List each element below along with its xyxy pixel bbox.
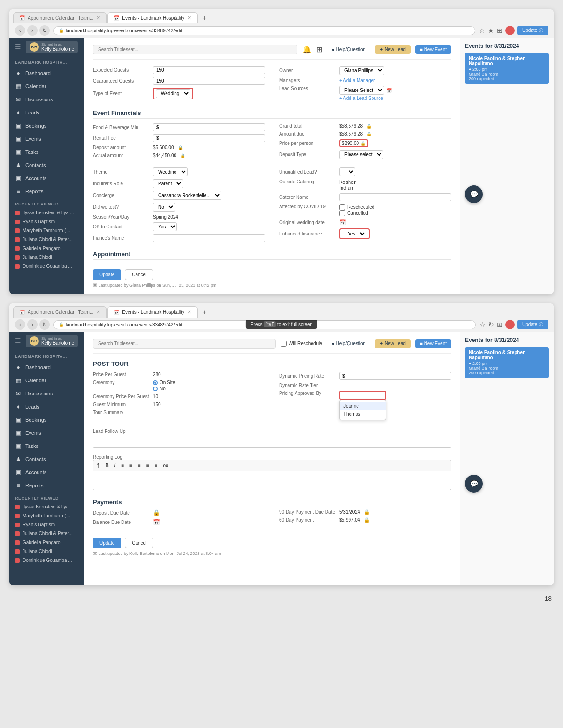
unqualified-lead-select[interactable] — [339, 167, 355, 176]
rv-item-3[interactable]: Juliana Chiodi & Peter... — [9, 235, 84, 244]
update-button-chrome-2[interactable]: Update ⓘ — [517, 320, 548, 329]
sidebar-item-discussions[interactable]: ✉ Discussions — [9, 93, 84, 106]
tab-calendar-2[interactable]: 📅 Appointment Calendar | Team... ✕ — [13, 306, 107, 318]
rv-item-2-0[interactable]: Ilyssa Bernstein & Ilya ... — [9, 502, 84, 511]
tab-close[interactable]: ✕ — [187, 15, 191, 21]
will-reschedule-checkbox[interactable] — [281, 341, 287, 347]
sidebar-item-dashboard[interactable]: ● Dashboard — [9, 67, 84, 80]
toolbar-btn-list3[interactable]: ≡ — [136, 462, 143, 469]
add-manager-link[interactable]: + Add a Manager — [339, 78, 375, 83]
search-input-1[interactable] — [93, 45, 297, 54]
tab-close-2[interactable]: ✕ — [96, 309, 100, 315]
sidebar-item-leads-2[interactable]: ♦ Leads — [9, 400, 84, 413]
lead-follow-up-textarea[interactable] — [93, 434, 451, 448]
cancelled-checkbox[interactable]: Cancelled — [339, 210, 374, 216]
rv-item-2-3[interactable]: Juliana Chiodi & Peter... — [9, 529, 84, 538]
food-bev-input[interactable] — [153, 123, 265, 131]
sidebar-item-tasks-2[interactable]: ▣ Tasks — [9, 440, 84, 453]
owner-select[interactable]: Giana Phillips — [339, 66, 384, 75]
new-tab-btn-2[interactable]: + — [198, 306, 210, 318]
sidebar-item-tasks[interactable]: ▣ Tasks — [9, 145, 84, 159]
new-event-button-2[interactable]: ■ New Event — [415, 339, 451, 348]
sidebar-item-accounts-2[interactable]: ▣ Accounts — [9, 466, 84, 479]
calendar-picker-icon[interactable]: 📅 — [339, 219, 346, 226]
type-of-event-select[interactable]: Wedding — [156, 89, 190, 98]
cancel-button-1[interactable]: Cancel — [125, 269, 153, 280]
rv-item-2-5[interactable]: Juliana Chiodi — [9, 547, 84, 556]
cancel-button-2[interactable]: Cancel — [125, 538, 153, 548]
sidebar-item-contacts[interactable]: ♟ Contacts — [9, 159, 84, 172]
toolbar-btn-bold[interactable]: B — [103, 462, 110, 469]
dynamic-pricing-input[interactable] — [339, 372, 451, 380]
ceremony-on-site[interactable]: On Site — [153, 380, 175, 385]
rescheduled-checkbox[interactable]: Rescheduled — [339, 204, 374, 210]
inquirer-role-select[interactable]: Parent — [153, 179, 183, 188]
tab-events-2[interactable]: 📅 Events - Landmark Hospitality ✕ — [107, 306, 198, 318]
chat-bubble-2[interactable]: 💬 — [465, 475, 483, 493]
url-bar-1[interactable]: 🔒 landmarkhospitality.tripleseat.com/eve… — [53, 26, 475, 35]
rv-item-2-6[interactable]: Dominique Gouamba ... — [9, 556, 84, 565]
concierge-select[interactable]: Cassandra Rockenfelle... — [153, 191, 221, 200]
rv-item-1[interactable]: Ryan's Baptism — [9, 217, 84, 226]
help-button-2[interactable]: ● Help/Question — [327, 339, 370, 348]
bookmark-icon[interactable]: ☆ — [479, 27, 485, 34]
star-icon[interactable]: ★ — [488, 27, 494, 34]
toolbar-btn-italic[interactable]: I — [113, 462, 118, 469]
update-button-2[interactable]: Update — [93, 538, 121, 548]
reporting-log-textarea[interactable] — [93, 471, 451, 490]
forward-btn-2[interactable]: › — [27, 319, 38, 330]
rv-item-2-4[interactable]: Gabriella Pangaro — [9, 538, 84, 547]
caterer-name-input[interactable] — [339, 193, 451, 201]
new-lead-button-2[interactable]: ✦ New Lead — [375, 339, 411, 348]
rv-item-5[interactable]: Juliana Chiodi — [9, 253, 84, 262]
toolbar-btn-list5[interactable]: ≡ — [153, 462, 160, 469]
sidebar-item-calendar-2[interactable]: ▦ Calendar — [9, 374, 84, 387]
toolbar-btn-link[interactable]: oo — [161, 462, 170, 469]
rv-item-2[interactable]: Marybeth Tamburro (… — [9, 226, 84, 235]
guaranteed-guests-input[interactable] — [153, 77, 265, 85]
update-button-1[interactable]: Update — [93, 269, 121, 280]
did-we-test-select[interactable]: No — [153, 203, 175, 212]
sidebar-item-reports-2[interactable]: ≡ Reports — [9, 479, 84, 492]
sidebar-item-contacts-2[interactable]: ♟ Contacts — [9, 453, 84, 466]
add-lead-source-link[interactable]: + Add a Lead Source — [339, 96, 392, 101]
refresh-btn-2[interactable]: ↻ — [39, 319, 50, 330]
sidebar-item-events[interactable]: ▣ Events — [9, 132, 84, 145]
pricing-approved-input[interactable] — [339, 391, 386, 400]
sidebar-item-accounts[interactable]: ▣ Accounts — [9, 172, 84, 185]
sidebar-item-bookings-2[interactable]: ▣ Bookings — [9, 413, 84, 426]
grid-apps-icon[interactable]: ⊞ — [316, 45, 322, 54]
notification-icon[interactable]: 🔔 — [302, 45, 312, 54]
back-btn-2[interactable]: ‹ — [15, 319, 25, 330]
tab-events[interactable]: 📅 Events - Landmark Hospitality ✕ — [107, 12, 198, 23]
grid-icon[interactable]: ⊞ — [497, 27, 502, 34]
toolbar-btn-list1[interactable]: ≡ — [119, 462, 126, 469]
toolbar-btn-list4[interactable]: ≡ — [145, 462, 151, 469]
ok-to-contact-select[interactable]: Yes — [153, 222, 177, 231]
forward-btn[interactable]: › — [27, 25, 38, 36]
refresh-icon-2[interactable]: ↻ — [488, 321, 494, 328]
rv-item-2-2[interactable]: Ryan's Baptism — [9, 520, 84, 529]
tab-close[interactable]: ✕ — [96, 15, 100, 21]
sidebar-item-events-2[interactable]: ▣ Events — [9, 426, 84, 440]
bookmark-icon-2[interactable]: ☆ — [479, 321, 486, 328]
new-tab-btn[interactable]: + — [198, 12, 210, 23]
lead-sources-select[interactable]: Please Select — [339, 86, 384, 95]
tab-close-3[interactable]: ✕ — [187, 309, 191, 315]
chat-bubble-1[interactable]: 💬 — [465, 185, 483, 203]
back-btn[interactable]: ‹ — [15, 25, 25, 36]
rental-fee-input[interactable] — [153, 134, 265, 142]
new-event-button-1[interactable]: ■ New Event — [415, 45, 451, 54]
deposit-due-icon[interactable]: 🔒 — [153, 509, 160, 516]
search-input-2[interactable] — [93, 339, 276, 349]
tab-calendar[interactable]: 📅 Appointment Calendar | Team... ✕ — [13, 12, 107, 23]
theme-select[interactable]: Wedding — [153, 167, 188, 176]
ceremony-no[interactable]: No — [153, 386, 175, 391]
sidebar-item-reports[interactable]: ≡ Reports — [9, 185, 84, 198]
hamburger-icon[interactable]: ☰ — [15, 43, 21, 51]
dropdown-thomas[interactable]: Thomas — [340, 410, 386, 418]
update-button-chrome[interactable]: Update ⓘ — [517, 26, 548, 35]
new-lead-button-1[interactable]: ✦ New Lead — [375, 45, 411, 54]
grid-icon-2[interactable]: ⊞ — [497, 321, 502, 328]
dropdown-jeanne[interactable]: Jeanne — [340, 402, 386, 410]
